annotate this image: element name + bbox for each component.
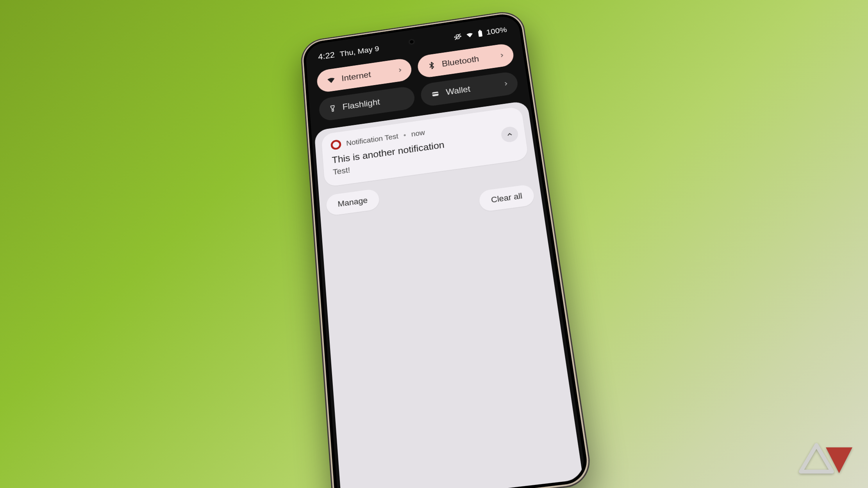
wifi-icon — [465, 31, 475, 39]
phone-frame: 4:22 Thu, May 9 — [300, 9, 593, 488]
status-date: Thu, May 9 — [339, 45, 380, 59]
wifi-icon — [326, 75, 336, 85]
chevron-right-icon — [498, 52, 505, 59]
phone-screen: 4:22 Thu, May 9 — [305, 14, 587, 488]
flashlight-icon — [329, 103, 337, 113]
bluetooth-icon — [427, 61, 437, 70]
tile-label: Flashlight — [342, 97, 380, 112]
tile-label: Bluetooth — [441, 54, 480, 69]
separator-dot: • — [403, 131, 407, 139]
tile-label: Wallet — [445, 84, 471, 97]
app-icon — [330, 139, 341, 150]
manage-button[interactable]: Manage — [326, 189, 380, 216]
clear-all-button[interactable]: Clear all — [478, 184, 535, 212]
chevron-right-icon — [396, 67, 404, 73]
chevron-right-icon — [502, 80, 510, 87]
battery-percent: 100% — [486, 25, 507, 37]
battery-icon — [477, 29, 483, 38]
notification-app-name: Notification Test — [346, 132, 399, 147]
tile-label: Internet — [341, 70, 371, 83]
status-time: 4:22 — [318, 50, 335, 62]
chevron-up-icon — [505, 130, 514, 138]
notification-shade: Notification Test • now This is another … — [314, 101, 586, 488]
vibrate-icon — [453, 33, 462, 41]
svg-rect-2 — [478, 30, 482, 37]
notification-time: now — [411, 128, 425, 138]
watermark-logo — [798, 443, 856, 479]
wallet-icon — [430, 89, 441, 98]
